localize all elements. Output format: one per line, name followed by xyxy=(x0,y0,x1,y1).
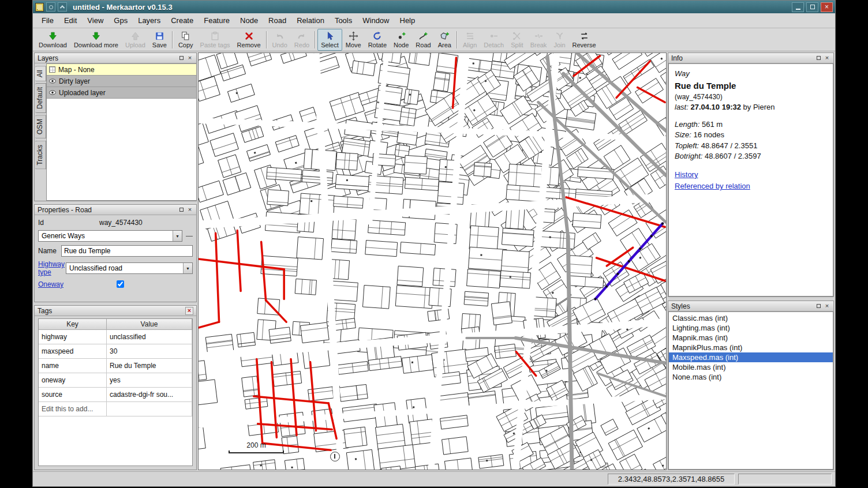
maximize-button[interactable] xyxy=(806,2,818,12)
node-button[interactable]: Node xyxy=(390,29,412,51)
area-button[interactable]: Area xyxy=(435,29,455,51)
window-pin-button[interactable] xyxy=(58,2,67,12)
style-item-classic[interactable]: Classic.mas (int) xyxy=(669,313,833,323)
style-item-lighting[interactable]: Lighting.mas (int) xyxy=(669,323,833,333)
layers-tab-osm[interactable]: OSM xyxy=(35,115,46,138)
layers-tab-tracks[interactable]: Tracks xyxy=(35,141,46,170)
menu-window[interactable]: Window xyxy=(357,14,394,27)
layers-close-button[interactable]: × xyxy=(186,55,193,62)
menu-gps[interactable]: Gps xyxy=(108,14,133,27)
layers-tab-all[interactable]: All xyxy=(35,66,46,81)
last-label: last: xyxy=(675,103,689,111)
style-item-mapnik[interactable]: Mapnik.mas (int) xyxy=(669,333,833,343)
layers-float-button[interactable] xyxy=(178,55,185,62)
break-button[interactable]: Break xyxy=(527,29,551,51)
layer-label: Dirty layer xyxy=(59,77,90,85)
style-item-maxspeed[interactable]: Maxspeed.mas (int) xyxy=(669,352,833,362)
close-button[interactable]: × xyxy=(821,2,833,12)
menu-feature[interactable]: Feature xyxy=(199,14,235,27)
tag-key-add-hint[interactable]: Edit this to add... xyxy=(39,402,107,416)
style-item-mapnikplus[interactable]: MapnikPlus.mas (int) xyxy=(669,343,833,352)
redo-button[interactable]: Redo xyxy=(291,29,313,51)
layer-item-dirty[interactable]: Dirty layer xyxy=(47,76,196,87)
window-menu-button[interactable] xyxy=(46,2,55,12)
tag-key[interactable]: name xyxy=(39,359,107,373)
highway-type-link[interactable]: Highway type xyxy=(38,260,66,277)
properties-float-button[interactable] xyxy=(178,207,185,213)
style-item-none[interactable]: None.mas (int) xyxy=(669,372,833,382)
undo-button[interactable]: Undo xyxy=(269,29,291,51)
style-item-mobile[interactable]: Mobile.mas (int) xyxy=(669,362,833,372)
road-button[interactable]: Road xyxy=(412,29,434,51)
layers-tab-default[interactable]: Default xyxy=(35,83,46,113)
align-button[interactable]: Align xyxy=(459,29,480,51)
history-link[interactable]: History xyxy=(675,170,698,180)
menu-tools[interactable]: Tools xyxy=(330,14,357,27)
tag-key[interactable]: highway xyxy=(39,330,107,344)
remove-button[interactable]: Remove xyxy=(234,29,264,51)
save-label: Save xyxy=(152,42,167,48)
upload-button[interactable]: Upload xyxy=(122,29,149,51)
paste-tags-button[interactable]: Paste tags xyxy=(197,29,234,51)
save-button[interactable]: Save xyxy=(149,29,170,51)
layer-item-map[interactable]: Map - None xyxy=(47,64,196,76)
oneway-checkbox[interactable] xyxy=(117,280,124,288)
name-input[interactable] xyxy=(61,245,193,257)
detach-icon xyxy=(489,31,499,41)
menu-view[interactable]: View xyxy=(82,14,108,27)
table-row[interactable]: Edit this to add... xyxy=(39,402,192,416)
menu-create[interactable]: Create xyxy=(166,14,199,27)
info-panel: Info × Way Rue du Temple (way_4574430) l… xyxy=(668,52,834,297)
tags-column-key[interactable]: Key xyxy=(39,319,107,330)
table-row[interactable]: source cadastre-dgi-fr sou... xyxy=(39,388,192,402)
tag-value[interactable]: 30 xyxy=(107,344,192,359)
title-bar[interactable]: untitled - Merkaartor v0.15.3 × xyxy=(33,1,835,13)
feature-type-dropdown[interactable]: Generic Ways ▼ xyxy=(38,230,182,242)
rotate-button[interactable]: Rotate xyxy=(365,29,390,51)
menu-help[interactable]: Help xyxy=(395,14,421,27)
tag-value[interactable]: yes xyxy=(107,373,192,388)
oneway-link[interactable]: Oneway xyxy=(38,280,63,288)
tag-value[interactable]: cadastre-dgi-fr sou... xyxy=(107,388,192,402)
table-row[interactable]: oneway yes xyxy=(39,373,192,388)
highway-type-dropdown[interactable]: Unclassified road ▼ xyxy=(66,262,193,274)
tags-close-button[interactable]: × xyxy=(185,307,193,315)
download-more-button[interactable]: Download more xyxy=(70,29,122,51)
properties-close-button[interactable]: × xyxy=(186,207,193,213)
copy-button[interactable]: Copy xyxy=(175,29,197,51)
table-row[interactable]: maxspeed 30 xyxy=(39,344,192,359)
map-canvas[interactable]: 200 m xyxy=(198,52,667,470)
menu-relation[interactable]: Relation xyxy=(291,14,330,27)
menu-file[interactable]: File xyxy=(36,14,59,27)
download-button[interactable]: Download xyxy=(35,29,70,51)
split-button[interactable]: Split xyxy=(507,29,526,51)
layer-item-uploaded[interactable]: Uploaded layer xyxy=(47,87,196,99)
minimize-button[interactable] xyxy=(792,2,804,12)
tags-column-value[interactable]: Value xyxy=(107,319,192,330)
styles-float-button[interactable] xyxy=(815,303,822,310)
resize-handle[interactable] xyxy=(186,236,193,237)
tag-key[interactable]: maxspeed xyxy=(39,344,107,359)
menu-edit[interactable]: Edit xyxy=(59,14,82,27)
menu-node[interactable]: Node xyxy=(235,14,263,27)
styles-close-button[interactable]: × xyxy=(824,303,830,310)
info-float-button[interactable] xyxy=(815,55,822,62)
menu-bar: File Edit View Gps Layers Create Feature… xyxy=(33,13,835,28)
tag-key[interactable]: oneway xyxy=(39,373,107,388)
road-label: Road xyxy=(416,42,431,48)
move-button[interactable]: Move xyxy=(342,29,365,51)
table-row[interactable]: highway unclassified xyxy=(39,330,192,344)
menu-road[interactable]: Road xyxy=(263,14,291,27)
join-button[interactable]: Join xyxy=(550,29,568,51)
table-row[interactable]: name Rue du Temple xyxy=(39,359,192,373)
select-button[interactable]: Select xyxy=(317,29,342,51)
menu-layers[interactable]: Layers xyxy=(133,14,166,27)
tag-value[interactable] xyxy=(107,402,192,416)
reverse-button[interactable]: Reverse xyxy=(569,29,600,51)
info-close-button[interactable]: × xyxy=(824,55,830,62)
tag-value[interactable]: unclassified xyxy=(107,330,192,344)
detach-button[interactable]: Detach xyxy=(480,29,507,51)
tag-value[interactable]: Rue du Temple xyxy=(107,359,192,373)
tag-key[interactable]: source xyxy=(39,388,107,402)
referenced-by-relation-link[interactable]: Referenced by relation xyxy=(675,181,750,192)
